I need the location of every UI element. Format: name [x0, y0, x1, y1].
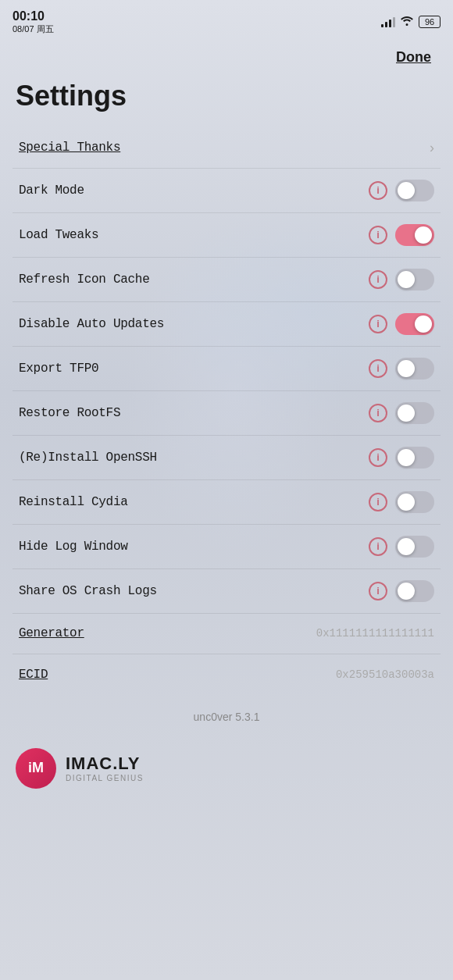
signal-icon [381, 16, 395, 27]
reinstall-openssh-toggle-knob [398, 449, 415, 466]
settings-item-restore-rootfs: Restore RootFS i [12, 391, 441, 436]
settings-item-export-tfp0: Export TFP0 i [12, 347, 441, 391]
settings-item-reinstall-cydia: Reinstall Cydia i [12, 480, 441, 525]
reinstall-cydia-toggle-knob [398, 494, 415, 511]
refresh-icon-cache-label: Refresh Icon Cache [19, 273, 369, 287]
dark-mode-label: Dark Mode [19, 184, 369, 198]
refresh-icon-cache-info-icon[interactable]: i [369, 270, 387, 289]
generator-label: Generator [19, 626, 316, 640]
load-tweaks-info-icon[interactable]: i [369, 226, 387, 244]
version-footer: unc0ver 5.3.1 [0, 695, 453, 736]
restore-rootfs-label: Restore RootFS [19, 406, 369, 420]
disable-auto-updates-info-icon[interactable]: i [369, 315, 387, 333]
reinstall-openssh-toggle[interactable] [395, 447, 434, 469]
reinstall-cydia-controls: i [369, 491, 434, 513]
load-tweaks-controls: i [369, 224, 434, 246]
settings-item-reinstall-openssh: (Re)Install OpenSSH i [12, 436, 441, 480]
settings-item-share-os-crash-logs: Share OS Crash Logs i [12, 569, 441, 614]
branding-section: iM IMAC.LY Digital Genius [0, 736, 453, 807]
dark-mode-controls: i [369, 180, 434, 201]
refresh-icon-cache-toggle-knob [398, 271, 415, 288]
export-tfp0-info-icon[interactable]: i [369, 359, 387, 378]
status-date: 08/07 周五 [12, 23, 54, 35]
dark-mode-toggle[interactable] [395, 180, 434, 201]
restore-rootfs-info-icon[interactable]: i [369, 404, 387, 422]
refresh-icon-cache-controls: i [369, 269, 434, 290]
reinstall-cydia-label: Reinstall Cydia [19, 495, 369, 509]
load-tweaks-toggle[interactable] [395, 224, 434, 246]
dark-mode-info-icon[interactable]: i [369, 181, 387, 200]
ecid-label: ECID [19, 668, 336, 682]
status-left: 00:10 08/07 周五 [12, 9, 54, 35]
share-os-crash-logs-toggle-knob [398, 583, 415, 600]
disable-auto-updates-controls: i [369, 313, 434, 335]
reinstall-openssh-controls: i [369, 447, 434, 469]
status-bar: 00:10 08/07 周五 96 [0, 0, 453, 40]
special-thanks-label: Special Thanks [19, 141, 430, 155]
hide-log-window-label: Hide Log Window [19, 540, 369, 554]
settings-item-refresh-icon-cache: Refresh Icon Cache i [12, 258, 441, 302]
status-right: 96 [381, 15, 441, 29]
hide-log-window-info-icon[interactable]: i [369, 537, 387, 556]
export-tfp0-toggle-knob [398, 360, 415, 377]
settings-list: Special Thanks › Dark Mode i Load Tweaks… [0, 128, 453, 695]
done-button[interactable]: Done [390, 46, 437, 69]
share-os-crash-logs-label: Share OS Crash Logs [19, 584, 369, 598]
settings-item-load-tweaks: Load Tweaks i [12, 213, 441, 258]
restore-rootfs-toggle[interactable] [395, 402, 434, 424]
ecid-value: 0x259510a30003a [336, 668, 434, 681]
brand-name: IMAC.LY [66, 754, 144, 774]
reinstall-openssh-label: (Re)Install OpenSSH [19, 451, 369, 465]
page-title: Settings [0, 72, 453, 128]
reinstall-cydia-toggle[interactable] [395, 491, 434, 513]
settings-item-hide-log-window: Hide Log Window i [12, 525, 441, 569]
load-tweaks-label: Load Tweaks [19, 228, 369, 242]
load-tweaks-toggle-knob [415, 226, 432, 244]
share-os-crash-logs-controls: i [369, 580, 434, 602]
done-row: Done [0, 40, 453, 72]
export-tfp0-toggle[interactable] [395, 358, 434, 380]
export-tfp0-label: Export TFP0 [19, 362, 369, 376]
brand-logo: iM [16, 748, 56, 789]
brand-tagline: Digital Genius [66, 774, 144, 782]
disable-auto-updates-label: Disable Auto Updates [19, 317, 369, 331]
settings-item-generator[interactable]: Generator 0x1111111111111111 [12, 614, 441, 654]
generator-value: 0x1111111111111111 [316, 627, 434, 640]
restore-rootfs-toggle-knob [398, 404, 415, 422]
battery-indicator: 96 [419, 16, 441, 28]
share-os-crash-logs-info-icon[interactable]: i [369, 582, 387, 600]
export-tfp0-controls: i [369, 358, 434, 380]
chevron-right-icon: › [430, 140, 434, 156]
share-os-crash-logs-toggle[interactable] [395, 580, 434, 602]
hide-log-window-toggle-knob [398, 538, 415, 555]
special-thanks-controls: › [430, 140, 434, 156]
restore-rootfs-controls: i [369, 402, 434, 424]
disable-auto-updates-toggle-knob [415, 315, 432, 333]
settings-item-special-thanks[interactable]: Special Thanks › [12, 128, 441, 169]
reinstall-openssh-info-icon[interactable]: i [369, 448, 387, 467]
status-time: 00:10 [12, 9, 54, 23]
brand-text-group: IMAC.LY Digital Genius [66, 754, 144, 782]
disable-auto-updates-toggle[interactable] [395, 313, 434, 335]
settings-item-ecid[interactable]: ECID 0x259510a30003a [12, 654, 441, 695]
settings-item-dark-mode: Dark Mode i [12, 169, 441, 213]
settings-item-disable-auto-updates: Disable Auto Updates i [12, 302, 441, 347]
refresh-icon-cache-toggle[interactable] [395, 269, 434, 290]
reinstall-cydia-info-icon[interactable]: i [369, 493, 387, 511]
dark-mode-toggle-knob [398, 182, 415, 199]
brand-logo-text: iM [28, 760, 44, 776]
version-text: unc0ver 5.3.1 [194, 711, 260, 723]
wifi-icon [400, 15, 414, 29]
battery-level: 96 [419, 16, 441, 28]
hide-log-window-toggle[interactable] [395, 536, 434, 558]
hide-log-window-controls: i [369, 536, 434, 558]
